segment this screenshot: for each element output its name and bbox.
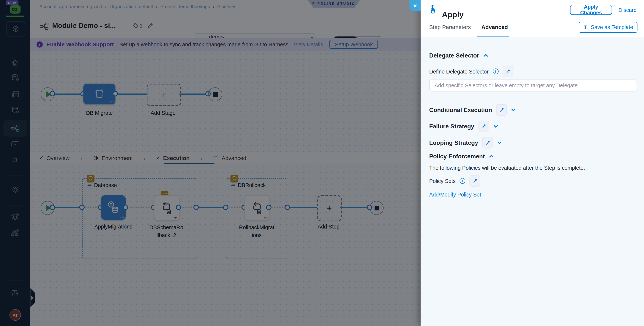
panel-tabs: Step Parameters Advanced Save as Templat… [420, 19, 644, 38]
pin-runtime-input-button[interactable] [478, 121, 489, 132]
heading-label: Delegate Selector [429, 52, 479, 59]
step-config-panel: Apply Apply Changes Discard Step Paramet… [420, 0, 644, 326]
apply-changes-button[interactable]: Apply Changes [570, 5, 612, 15]
policy-enforcement-heading[interactable]: Policy Enforcement [429, 153, 494, 160]
chevron-up-icon[interactable] [489, 155, 494, 158]
chevron-down-icon[interactable] [493, 125, 498, 128]
upload-icon [583, 24, 588, 30]
pin-icon [484, 140, 491, 146]
close-panel-button[interactable]: × [410, 0, 420, 10]
delegate-selector-input[interactable] [429, 80, 637, 92]
define-delegate-label: Define Delegate Selector [429, 68, 488, 74]
delegate-selector-heading[interactable]: Delegate Selector [429, 52, 488, 59]
chevron-down-icon[interactable] [511, 108, 516, 112]
policy-description: The following Policies will be evaluated… [429, 165, 585, 171]
tab-advanced[interactable]: Advanced [481, 24, 508, 30]
conditional-execution-section[interactable]: Conditional Execution [429, 104, 516, 116]
apply-step-icon [429, 4, 439, 14]
save-as-template-button[interactable]: Save as Template [579, 22, 638, 33]
pin-icon [498, 107, 504, 113]
pin-icon [472, 178, 478, 184]
failure-strategy-section[interactable]: Failure Strategy [429, 121, 498, 132]
pin-runtime-input-button[interactable] [496, 104, 507, 116]
tab-step-parameters[interactable]: Step Parameters [429, 24, 471, 30]
app-window: NEW [0, 0, 644, 326]
pin-runtime-input-button[interactable] [502, 66, 513, 77]
policy-sets-label: Policy Sets [429, 178, 456, 184]
heading-label: Looping Strategy [429, 139, 478, 146]
policy-sets-row: Policy Sets i [429, 175, 480, 187]
pin-icon [505, 68, 511, 74]
looping-strategy-section[interactable]: Looping Strategy [429, 137, 502, 149]
heading-label: Policy Enforcement [429, 153, 485, 160]
panel-title: Apply [442, 10, 464, 19]
info-icon[interactable]: i [460, 178, 466, 184]
add-modify-policy-set-link[interactable]: Add/Modify Policy Set [429, 191, 481, 198]
panel-header: Apply Apply Changes Discard [420, 0, 644, 19]
heading-label: Failure Strategy [429, 123, 474, 130]
define-delegate-row: Define Delegate Selector i [429, 66, 513, 77]
pin-icon [480, 123, 487, 129]
drawer-overlay[interactable] [0, 0, 420, 326]
info-icon[interactable]: i [493, 68, 498, 74]
pin-runtime-input-button[interactable] [470, 175, 480, 187]
discard-button[interactable]: Discard [618, 7, 636, 13]
panel-body: Delegate Selector Define Delegate Select… [420, 37, 644, 326]
heading-label: Conditional Execution [429, 107, 492, 113]
chevron-down-icon[interactable] [497, 141, 502, 144]
close-icon: × [413, 2, 417, 9]
chevron-up-icon[interactable] [483, 54, 488, 57]
pin-runtime-input-button[interactable] [482, 137, 493, 149]
save-as-template-label: Save as Template [591, 24, 633, 30]
